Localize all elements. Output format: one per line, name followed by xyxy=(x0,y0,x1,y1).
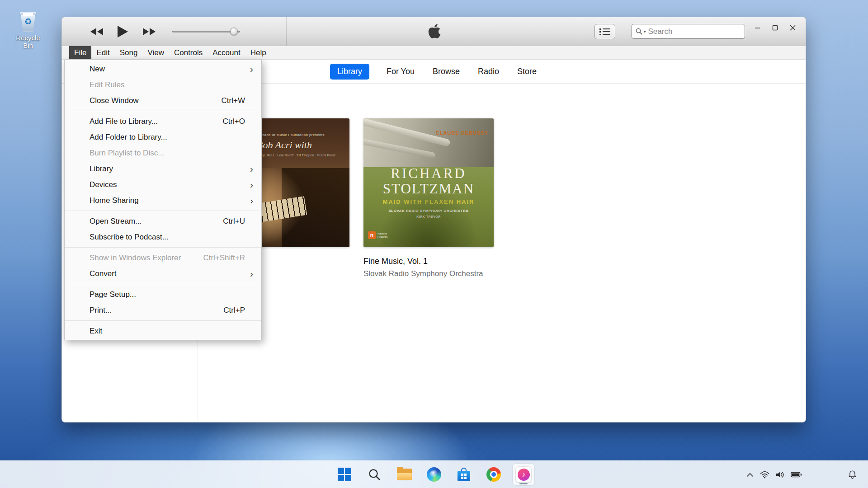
tray-chevron-up-icon[interactable] xyxy=(743,469,757,481)
menu-shortcut: Ctrl+P xyxy=(223,306,245,315)
file-menu-item-add-file[interactable]: Add File to Library... Ctrl+O xyxy=(65,113,261,129)
menu-shortcut: Ctrl+O xyxy=(222,117,245,126)
file-menu-item-close-window[interactable]: Close Window Ctrl+W xyxy=(65,93,261,108)
recycle-bin[interactable]: ♻ Recycle Bin xyxy=(12,10,44,49)
music-note-icon: ♪ xyxy=(522,470,525,479)
menu-shortcut: Ctrl+Shift+R xyxy=(203,253,245,263)
file-menu-item-print[interactable]: Print... Ctrl+P xyxy=(65,302,261,318)
menu-edit[interactable]: Edit xyxy=(91,46,114,59)
chrome-icon xyxy=(486,467,501,482)
toolbar-divider xyxy=(582,17,582,46)
menu-shortcut: Ctrl+U xyxy=(223,217,245,226)
horn-shadow-art xyxy=(379,188,478,247)
file-dropdown-menu: New › Edit Rules Close Window Ctrl+W Add… xyxy=(64,60,262,340)
submenu-chevron-icon: › xyxy=(246,196,257,205)
file-explorer-button[interactable] xyxy=(393,464,415,485)
menu-separator xyxy=(65,320,261,321)
toolbar-divider xyxy=(286,17,287,46)
album-tile-fine-music[interactable]: CLAUDE DEBUSSY RICHARD STOLTZMAN MAID WI… xyxy=(363,118,494,247)
menu-view[interactable]: View xyxy=(142,46,169,59)
play-button[interactable] xyxy=(117,25,128,38)
chrome-button[interactable] xyxy=(483,464,505,485)
tab-library[interactable]: Library xyxy=(330,64,369,80)
menu-separator xyxy=(65,247,261,248)
store-icon xyxy=(458,468,470,481)
search-icon xyxy=(636,28,642,35)
window-controls xyxy=(750,21,799,34)
file-menu-item-exit[interactable]: Exit xyxy=(65,323,261,339)
file-menu-item-subscribe-podcast[interactable]: Subscribe to Podcast... xyxy=(65,229,261,245)
album-art-composer: CLAUDE DEBUSSY xyxy=(436,130,488,136)
tab-browse[interactable]: Browse xyxy=(432,64,461,80)
minimize-button[interactable] xyxy=(750,21,764,34)
file-menu-item-show-in-explorer: Show in Windows Explorer Ctrl+Shift+R xyxy=(65,250,261,266)
menu-shortcut: Ctrl+W xyxy=(222,96,245,105)
search-field[interactable]: ▾ xyxy=(632,24,745,39)
close-button[interactable] xyxy=(786,21,799,34)
search-icon xyxy=(368,468,381,481)
file-menu-item-devices[interactable]: Devices › xyxy=(65,177,261,192)
menu-account[interactable]: Account xyxy=(208,46,245,59)
menu-separator xyxy=(65,284,261,284)
menu-file[interactable]: File xyxy=(69,46,91,59)
submenu-chevron-icon: › xyxy=(246,164,257,174)
recycle-symbol-icon: ♻ xyxy=(19,16,38,27)
album-caption-title[interactable]: Fine Music, Vol. 1 xyxy=(363,257,428,266)
tab-store[interactable]: Store xyxy=(516,64,538,80)
file-menu-item-new[interactable]: New › xyxy=(65,61,261,77)
itunes-icon: ♪ xyxy=(515,466,532,483)
submenu-chevron-icon: › xyxy=(246,180,257,189)
battery-icon[interactable] xyxy=(788,468,805,481)
file-menu-item-open-stream[interactable]: Open Stream... Ctrl+U xyxy=(65,213,261,229)
itunes-window: ▾ File Edit Song View Controls xyxy=(61,17,806,422)
recycle-bin-label: Recycle Bin xyxy=(12,34,44,49)
record-label-logo: n Navona Records xyxy=(368,231,393,239)
recycle-bin-icon: ♻ xyxy=(19,10,38,33)
spoons-photo-art xyxy=(363,118,494,167)
file-menu-item-convert[interactable]: Convert › xyxy=(65,266,261,282)
apple-logo-icon xyxy=(428,23,441,39)
edge-button[interactable] xyxy=(423,464,445,485)
tab-for-you[interactable]: For You xyxy=(386,64,415,80)
tab-radio[interactable]: Radio xyxy=(477,64,500,80)
album-art-artist-line1: RICHARD xyxy=(363,165,494,182)
titlebar-toolbar: ▾ xyxy=(62,17,806,46)
fast-forward-button[interactable] xyxy=(142,28,156,36)
album-caption-artist[interactable]: Slovak Radio Symphony Orchestra xyxy=(363,269,483,278)
folder-icon xyxy=(397,469,412,480)
submenu-chevron-icon: › xyxy=(246,269,257,278)
file-menu-item-home-sharing[interactable]: Home Sharing › xyxy=(65,192,261,208)
taskbar-search-button[interactable] xyxy=(363,464,385,485)
file-menu-item-burn-playlist: Burn Playlist to Disc... xyxy=(65,145,261,161)
edge-icon xyxy=(427,467,441,482)
menu-separator xyxy=(65,111,261,111)
taskbar: ♪ xyxy=(0,460,868,488)
search-input[interactable] xyxy=(648,27,748,36)
submenu-chevron-icon: › xyxy=(246,64,257,74)
file-menu-item-page-setup[interactable]: Page Setup... xyxy=(65,286,261,302)
volume-icon[interactable] xyxy=(773,467,788,482)
menu-controls[interactable]: Controls xyxy=(169,46,208,59)
menu-song[interactable]: Song xyxy=(115,46,143,59)
volume-slider-knob[interactable] xyxy=(230,28,238,35)
maximize-button[interactable] xyxy=(768,21,782,34)
search-options-caret-icon: ▾ xyxy=(644,29,646,34)
file-menu-item-add-folder[interactable]: Add Folder to Library... xyxy=(65,129,261,145)
wifi-icon[interactable] xyxy=(757,467,773,482)
itunes-button[interactable]: ♪ xyxy=(513,464,534,485)
up-next-list-button[interactable] xyxy=(594,24,615,39)
rewind-button[interactable] xyxy=(90,28,104,36)
microsoft-store-button[interactable] xyxy=(453,464,475,485)
file-menu-item-library[interactable]: Library › xyxy=(65,161,261,177)
file-menu-item-edit-rules: Edit Rules xyxy=(65,77,261,93)
notifications-bell-icon[interactable] xyxy=(845,466,860,483)
desktop: ♻ Recycle Bin xyxy=(0,0,868,488)
menu-separator xyxy=(65,211,261,211)
menu-help[interactable]: Help xyxy=(245,46,271,59)
menu-bar: File Edit Song View Controls Account Hel… xyxy=(62,46,806,60)
windows-logo-icon xyxy=(338,468,351,481)
start-button[interactable] xyxy=(334,464,355,485)
